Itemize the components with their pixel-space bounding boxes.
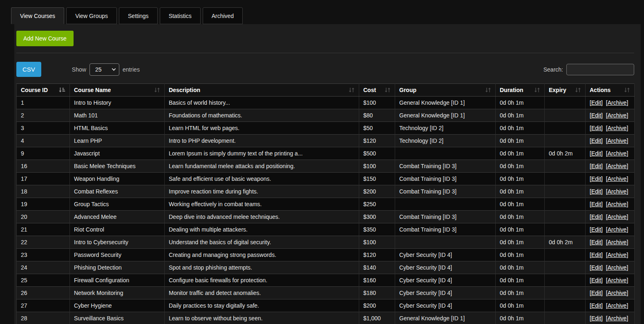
col-header-cost[interactable]: Cost [359,84,395,97]
cell-course-id: 21 [17,223,70,236]
cell-group: Cyber Security [ID 4] [395,261,496,274]
cell-description: Monitor traffic and detect anomalies. [165,287,359,299]
col-header-expiry[interactable]: Expiry [545,84,586,97]
tab-archived[interactable]: Archived [203,7,243,24]
cell-description: Configure basic firewalls for protection… [165,274,359,287]
cell-expiry: 0d 0h 2m [545,236,586,249]
edit-link[interactable]: [Edit] [590,239,603,245]
cell-actions: [Edit] [Archive] [586,261,635,274]
table-row: 17Weapon HandlingSafe and efficient use … [17,173,635,185]
cell-cost: $350 [359,223,395,236]
cell-actions: [Edit] [Archive] [586,274,635,287]
col-header-actions[interactable]: Actions [586,84,635,97]
sort-icon[interactable] [624,87,630,93]
cell-course-name: Math 101 [70,109,165,122]
edit-link[interactable]: [Edit] [590,163,603,169]
archive-link[interactable]: [Archive] [606,99,628,106]
cell-actions: [Edit] [Archive] [586,173,635,185]
edit-link[interactable]: [Edit] [590,214,603,220]
cell-cost: $200 [359,185,395,198]
archive-link[interactable]: [Archive] [606,226,628,233]
archive-link[interactable]: [Archive] [606,277,628,284]
archive-link[interactable]: [Archive] [606,315,628,322]
cell-cost: $140 [359,261,395,274]
edit-link[interactable]: [Edit] [590,125,603,131]
cell-actions: [Edit] [Archive] [586,299,635,312]
sort-icon[interactable] [385,87,391,93]
col-header-course-id[interactable]: Course ID [17,84,70,97]
cell-expiry [545,97,586,109]
archive-link[interactable]: [Archive] [606,150,628,157]
archive-link[interactable]: [Archive] [606,125,628,131]
cell-course-id: 22 [17,236,70,249]
edit-link[interactable]: [Edit] [590,112,603,119]
cell-course-id: 4 [17,135,70,147]
archive-link[interactable]: [Archive] [606,302,628,309]
cell-actions: [Edit] [Archive] [586,185,635,198]
sort-icon[interactable] [485,87,491,93]
archive-link[interactable]: [Archive] [606,163,628,169]
archive-link[interactable]: [Archive] [606,112,628,119]
archive-link[interactable]: [Archive] [606,188,628,195]
tab-statistics[interactable]: Statistics [160,7,201,24]
archive-link[interactable]: [Archive] [606,201,628,207]
cell-course-name: Network Monitoring [70,287,165,299]
tab-view-courses[interactable]: View Courses [11,7,64,24]
cell-description: Intro to PHP development. [165,135,359,147]
cell-actions: [Edit] [Archive] [586,287,635,299]
cell-cost: $160 [359,274,395,287]
cell-description: Dealing with multiple attackers. [165,223,359,236]
cell-group: Combat Training [ID 3] [395,173,496,185]
sort-icon[interactable] [575,87,581,93]
csv-export-button[interactable]: CSV [16,62,41,77]
cell-course-id: 1 [17,97,70,109]
edit-link[interactable]: [Edit] [590,188,603,195]
edit-link[interactable]: [Edit] [590,252,603,258]
tab-view-groups[interactable]: View Groups [66,7,117,24]
page-length-value: 25 [95,66,102,73]
cell-course-name: Javascript [70,147,165,160]
cell-duration: 0d 0h 1m [496,160,545,173]
archive-link[interactable]: [Archive] [606,239,628,245]
sort-amount-asc-icon[interactable] [59,87,65,93]
archive-link[interactable]: [Archive] [606,137,628,144]
edit-link[interactable]: [Edit] [590,137,603,144]
cell-course-name: HTML Basics [70,122,165,135]
edit-link[interactable]: [Edit] [590,176,603,182]
edit-link[interactable]: [Edit] [590,99,603,106]
table-row: 1Intro to HistoryBasics of world history… [17,97,635,109]
page-length-select[interactable]: 25 [89,63,119,76]
table-row: 4Learn PHPIntro to PHP development.$120T… [17,135,635,147]
sort-icon[interactable] [534,87,540,93]
add-new-course-button[interactable]: Add New Course [16,31,74,46]
cell-course-id: 24 [17,261,70,274]
col-header-duration[interactable]: Duration [496,84,545,97]
archive-link[interactable]: [Archive] [606,176,628,182]
cell-course-name: Riot Control [70,223,165,236]
edit-link[interactable]: [Edit] [590,226,603,233]
cell-course-name: Intro to History [70,97,165,109]
cell-course-id: 26 [17,287,70,299]
col-header-label: Duration [500,87,523,93]
edit-link[interactable]: [Edit] [590,290,603,296]
sort-icon[interactable] [349,87,355,93]
search-input[interactable] [566,64,634,75]
archive-link[interactable]: [Archive] [606,290,628,296]
tab-settings[interactable]: Settings [119,7,158,24]
archive-link[interactable]: [Archive] [606,252,628,258]
edit-link[interactable]: [Edit] [590,150,603,157]
col-header-description[interactable]: Description [165,84,359,97]
cell-expiry [545,299,586,312]
col-header-course-name[interactable]: Course Name [70,84,165,97]
cell-actions: [Edit] [Archive] [586,198,635,211]
col-header-group[interactable]: Group [395,84,496,97]
edit-link[interactable]: [Edit] [590,264,603,271]
archive-link[interactable]: [Archive] [606,264,628,271]
edit-link[interactable]: [Edit] [590,315,603,322]
edit-link[interactable]: [Edit] [590,277,603,284]
edit-link[interactable]: [Edit] [590,302,603,309]
cell-duration: 0d 0h 1m [496,185,545,198]
sort-icon[interactable] [154,87,160,93]
edit-link[interactable]: [Edit] [590,201,603,207]
archive-link[interactable]: [Archive] [606,214,628,220]
